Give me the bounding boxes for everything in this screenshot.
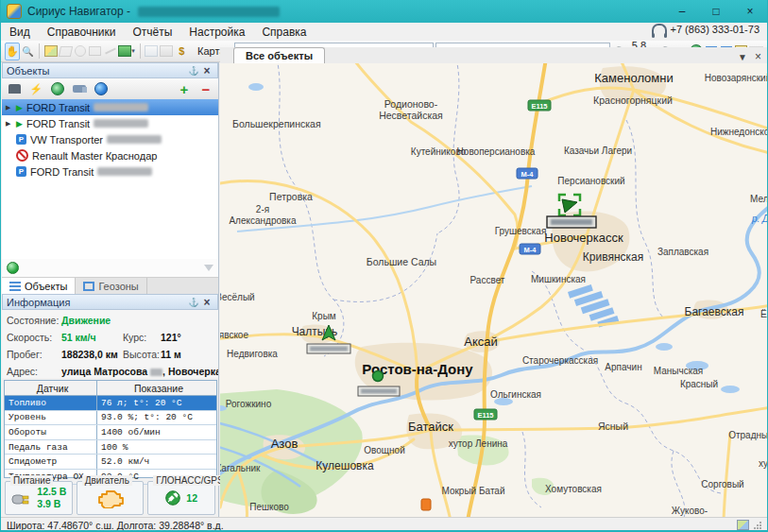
power-gauge: Питание 12.5 В 3.9 В: [5, 481, 73, 515]
objects-panel-header: Объекты: [2, 62, 218, 78]
tab-geozones[interactable]: Геозоны: [76, 278, 146, 294]
svg-text:Большекрепинская: Большекрепинская: [232, 118, 321, 129]
title-redacted-text: [138, 7, 280, 17]
info-panel-header: Информация: [2, 294, 218, 310]
pin-icon[interactable]: [187, 65, 200, 76]
voltage-backup: 3.9 В: [37, 498, 66, 510]
menu-vid[interactable]: Вид: [1, 24, 39, 41]
show-on-map-icon[interactable]: [48, 80, 67, 98]
maximize-button[interactable]: □: [699, 0, 733, 23]
svg-text:Кривянская: Кривянская: [583, 250, 643, 264]
rectangle-tool-icon[interactable]: [89, 43, 102, 60]
minimize-button[interactable]: –: [665, 0, 699, 23]
object-row[interactable]: P VW Transporter: [2, 131, 218, 147]
menu-spravochniki[interactable]: Справочники: [39, 24, 125, 41]
no-data-status-icon: [16, 149, 28, 162]
vehicle-marker-selected[interactable]: [547, 195, 596, 228]
speed-label: Скорость:: [7, 332, 61, 343]
road-badge-e115: E115: [528, 100, 551, 111]
svg-text:Грушевская: Грушевская: [495, 226, 547, 236]
vehicle-icon[interactable]: [70, 80, 89, 98]
svg-text:М-4: М-4: [521, 170, 535, 179]
panel-close-icon[interactable]: [200, 296, 213, 309]
layers-dropdown-icon[interactable]: ▾: [118, 43, 135, 60]
col-value: Показание: [97, 381, 216, 395]
svg-text:Ясный: Ясный: [598, 420, 628, 432]
circle-tool-icon[interactable]: [75, 43, 88, 60]
expander-icon[interactable]: ▶: [6, 104, 12, 112]
support-phone: +7 (863) 333-01-73: [652, 24, 759, 35]
sensor-row[interactable]: Обороты1400 об/мин: [5, 425, 216, 440]
filter-icon[interactable]: [204, 265, 213, 271]
svg-text:Крым: Крым: [312, 311, 336, 321]
tab-list-dropdown-icon[interactable]: ▼: [738, 52, 747, 62]
tab-close-icon[interactable]: ×: [755, 50, 761, 63]
app-window: Сириус Навигатор - – □ × Вид Справочники…: [0, 0, 768, 532]
menu-bar: Вид Справочники Отчёты Настройка Справка…: [1, 23, 767, 41]
object-row[interactable]: ▶ ▶ FORD Transit: [2, 99, 218, 115]
group-icon[interactable]: [5, 80, 24, 98]
svg-text:Хомутовская: Хомутовская: [545, 484, 602, 494]
map-canvas[interactable]: E115 М-4 М-4 E115 Каменоломни Новозарянс…: [220, 63, 768, 517]
connection-row: [2, 259, 218, 278]
plate-redacted: [94, 103, 148, 112]
title-bar[interactable]: Сириус Навигатор - – □ ×: [1, 0, 767, 23]
sensor-row[interactable]: Педаль газа100 %: [5, 440, 216, 455]
speed-value: 51 км/ч: [61, 332, 123, 343]
minimap-icon[interactable]: [737, 520, 749, 530]
menu-spravka[interactable]: Справка: [253, 24, 315, 41]
mileage-value: 188238,0 км: [61, 349, 123, 360]
object-row[interactable]: P FORD Transit: [2, 163, 218, 180]
svg-text:Багаевская: Багаевская: [685, 305, 744, 318]
menu-nastroyka[interactable]: Настройка: [180, 24, 253, 41]
svg-text:Синявское: Синявское: [220, 330, 248, 340]
plate-redacted: [94, 119, 148, 128]
svg-text:Сорговый: Сорговый: [701, 479, 743, 489]
altitude-value: 11 м: [161, 349, 181, 360]
menu-otchety[interactable]: Отчёты: [124, 24, 180, 41]
altitude-label: Высота:: [123, 349, 161, 360]
line-tool-icon[interactable]: [104, 43, 117, 60]
svg-text:Отрадный: Отрадный: [728, 430, 768, 440]
window-title: Сириус Навигатор -: [27, 5, 130, 18]
svg-text:Рогожкино: Рогожкино: [226, 399, 272, 409]
object-row[interactable]: Renault Master Краснодар: [2, 147, 218, 163]
report-grid-icon[interactable]: [160, 43, 173, 60]
polygon-tool-icon[interactable]: [60, 43, 73, 60]
state-label: Состояние:: [7, 315, 61, 326]
map-tab-all-objects[interactable]: Все объекты: [233, 47, 325, 63]
track-icon[interactable]: [26, 80, 45, 98]
svg-text:Новозарянский: Новозарянский: [705, 73, 768, 83]
sensor-row[interactable]: Спидометр52.0 км/ч: [5, 455, 216, 470]
plate-redacted: [97, 167, 152, 176]
pin-icon[interactable]: [187, 297, 200, 307]
remove-object-icon[interactable]: −: [196, 80, 215, 98]
svg-text:р. Дон: р. Дон: [751, 214, 768, 224]
app-icon: [7, 4, 22, 19]
zoom-window-icon[interactable]: [22, 43, 35, 60]
road-badge-e115: E115: [474, 409, 497, 420]
sensor-row[interactable]: Топливо76 л; t°: 20 °C: [5, 396, 216, 411]
close-button[interactable]: ×: [733, 0, 767, 23]
add-object-icon[interactable]: +: [175, 80, 194, 98]
edit-map-icon[interactable]: [44, 43, 58, 60]
resize-grip[interactable]: [753, 521, 761, 529]
object-row[interactable]: ▶ ▶ FORD Transit: [2, 115, 218, 131]
svg-text:Персиановский: Персиановский: [557, 176, 624, 186]
house-number-redacted: [150, 369, 162, 376]
objects-toolbar: + −: [2, 78, 218, 100]
svg-text:Большие Салы: Большие Салы: [367, 256, 436, 267]
panel-close-icon[interactable]: [200, 64, 213, 77]
plate-redacted: [107, 135, 162, 144]
list-icon: [9, 282, 21, 291]
road-badge-m4: М-4: [517, 168, 538, 179]
report-table-icon[interactable]: [145, 43, 158, 60]
expander-icon[interactable]: ▶: [6, 120, 12, 128]
finance-icon[interactable]: [175, 43, 188, 60]
svg-text:Нижнедонской: Нижнедонской: [710, 127, 768, 137]
geozone-globe-icon[interactable]: [92, 80, 111, 98]
state-value: Движение: [61, 315, 111, 326]
pan-hand-icon[interactable]: [5, 43, 20, 60]
sensor-row[interactable]: Уровень93.0 %; t°: 20 °C: [5, 411, 216, 426]
tab-objects[interactable]: Объекты: [2, 278, 76, 294]
